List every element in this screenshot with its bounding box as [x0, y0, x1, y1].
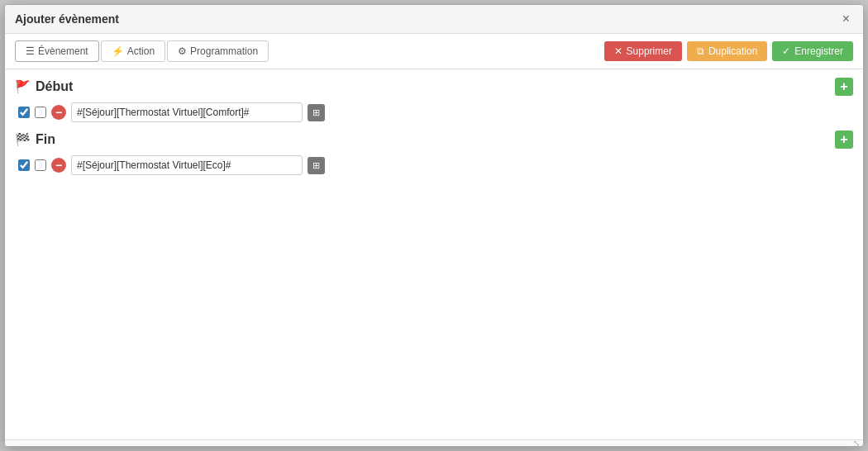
- supprimer-icon: ✕: [614, 45, 622, 57]
- fin-edit-button[interactable]: ⊞: [308, 157, 325, 174]
- fin-flag-icon: 🏁: [15, 132, 31, 147]
- tab-programmation-label: Programmation: [190, 45, 258, 57]
- fin-section: 🏁 Fin + − ⊞: [15, 131, 853, 175]
- debut-add-button[interactable]: +: [835, 78, 853, 96]
- debut-section-header: 🚩 Début +: [15, 78, 853, 96]
- duplication-icon: ⧉: [697, 45, 704, 57]
- fin-checkbox-2[interactable]: [35, 159, 46, 171]
- enregistrer-button[interactable]: ✓ Enregistrer: [772, 41, 853, 61]
- tab-evenement-label: Évènement: [38, 45, 88, 57]
- debut-title-text: Début: [36, 79, 73, 94]
- duplication-button[interactable]: ⧉ Duplication: [687, 41, 767, 61]
- debut-checkbox-2[interactable]: [35, 107, 46, 118]
- supprimer-label: Supprimer: [627, 45, 672, 57]
- action-icon: ⚡: [112, 45, 124, 57]
- tabs-container: ☰ Évènement ⚡ Action ⚙ Programmation: [15, 40, 269, 62]
- debut-minus-button[interactable]: −: [51, 105, 66, 120]
- tab-action-label: Action: [127, 45, 155, 57]
- debut-checkbox-1[interactable]: [18, 107, 30, 118]
- fin-add-button[interactable]: +: [835, 131, 853, 149]
- modal-header: Ajouter évènement ×: [5, 5, 863, 34]
- debut-condition-row: − ⊞: [15, 102, 853, 122]
- fin-section-header: 🏁 Fin +: [15, 131, 853, 149]
- close-button[interactable]: ×: [839, 12, 853, 26]
- debut-section: 🚩 Début + − ⊞: [15, 78, 853, 122]
- modal-container: Ajouter évènement × ☰ Évènement ⚡ Action…: [4, 4, 864, 447]
- content-area: 🚩 Début + − ⊞ 🏁 Fin: [5, 69, 863, 439]
- action-buttons: ✕ Supprimer ⧉ Duplication ✓ Enregistrer: [604, 41, 853, 61]
- fin-title: 🏁 Fin: [15, 132, 55, 147]
- modal-body: ☰ Évènement ⚡ Action ⚙ Programmation ✕ S…: [5, 34, 863, 439]
- duplication-label: Duplication: [708, 45, 757, 57]
- tab-action[interactable]: ⚡ Action: [101, 40, 165, 62]
- tabs-row: ☰ Évènement ⚡ Action ⚙ Programmation ✕ S…: [5, 34, 863, 69]
- programmation-icon: ⚙: [178, 45, 187, 57]
- evenement-icon: ☰: [26, 45, 35, 57]
- enregistrer-label: Enregistrer: [794, 45, 843, 57]
- fin-title-text: Fin: [36, 132, 55, 147]
- debut-edit-button[interactable]: ⊞: [308, 104, 325, 121]
- fin-checkbox-1[interactable]: [18, 159, 30, 171]
- modal-title: Ajouter évènement: [15, 12, 119, 26]
- debut-condition-input[interactable]: [71, 102, 303, 122]
- enregistrer-icon: ✓: [782, 45, 790, 57]
- modal-footer: ⤡: [5, 439, 863, 446]
- supprimer-button[interactable]: ✕ Supprimer: [604, 41, 682, 61]
- fin-condition-input[interactable]: [71, 155, 303, 175]
- tab-programmation[interactable]: ⚙ Programmation: [167, 40, 269, 62]
- tab-evenement[interactable]: ☰ Évènement: [15, 40, 99, 62]
- resize-handle: ⤡: [853, 439, 860, 448]
- fin-condition-row: − ⊞: [15, 155, 853, 175]
- debut-title: 🚩 Début: [15, 79, 73, 94]
- fin-minus-button[interactable]: −: [51, 158, 66, 173]
- debut-flag-icon: 🚩: [15, 79, 31, 94]
